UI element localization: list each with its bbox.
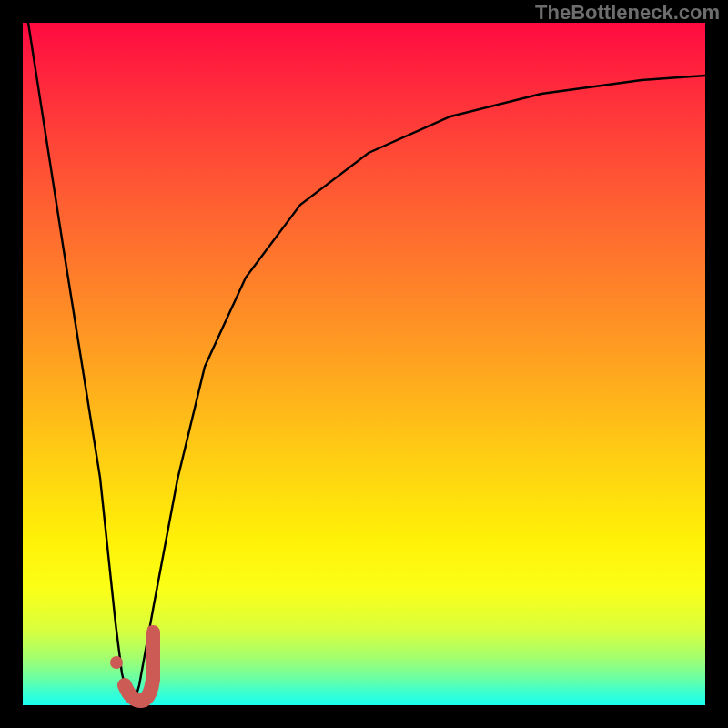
- chart-svg: [23, 23, 705, 705]
- chart-frame: TheBottleneck.com: [0, 0, 728, 728]
- j-marker: [110, 632, 153, 701]
- j-marker-dot: [110, 656, 123, 669]
- watermark-text: TheBottleneck.com: [535, 1, 720, 25]
- bottleneck-curve: [28, 23, 705, 704]
